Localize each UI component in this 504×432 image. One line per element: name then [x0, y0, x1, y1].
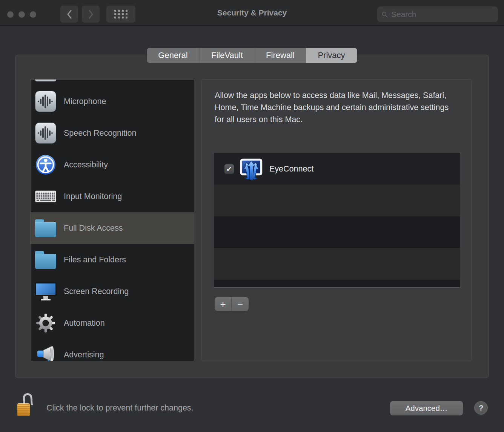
empty-list-row	[214, 185, 460, 216]
sidebar-item-label: Advertising	[64, 350, 104, 360]
lock-message: Click the lock to prevent further change…	[46, 403, 194, 413]
sidebar-item-full-disk-access[interactable]: Full Disk Access	[31, 212, 194, 244]
megaphone-icon	[35, 344, 56, 361]
sidebar-item-speech-recognition[interactable]: Speech Recognition	[31, 117, 194, 149]
panel-description: Allow the apps below to access data like…	[215, 89, 460, 126]
app-name: EyeConnect	[269, 153, 313, 185]
sidebar-item-label: Screen Recording	[64, 287, 129, 296]
show-all-preferences-button[interactable]	[106, 6, 135, 23]
sidebar-item-label: Input Monitoring	[64, 192, 122, 201]
add-app-button[interactable]: +	[215, 297, 232, 311]
sidebar-item-files-and-folders[interactable]: Files and Folders	[31, 244, 194, 276]
allowed-apps-list: ✓	[214, 153, 460, 288]
display-icon	[35, 281, 56, 302]
search-input[interactable]	[391, 10, 493, 19]
add-remove-controls: + −	[215, 297, 249, 311]
search-icon	[382, 11, 388, 18]
sidebar-item-label: Files and Folders	[64, 255, 126, 265]
sidebar-item-microphone[interactable]: Microphone	[31, 86, 194, 117]
zoom-window-button[interactable]	[30, 11, 36, 18]
gear-icon	[35, 313, 56, 334]
blue-folder-icon	[35, 218, 56, 239]
unlocked-lock-icon[interactable]	[17, 393, 33, 416]
sidebar-item-label: Full Disk Access	[64, 224, 123, 233]
sidebar-item-label: Accessibility	[64, 160, 108, 170]
sidebar-item-label: Microphone	[64, 97, 106, 106]
sidebar-item-automation[interactable]: Automation	[31, 307, 194, 339]
accessibility-icon	[35, 154, 56, 175]
empty-list-row	[214, 280, 460, 287]
empty-list-row	[214, 216, 460, 248]
tab-general[interactable]: General	[147, 48, 200, 63]
close-window-button[interactable]	[7, 11, 14, 18]
titlebar: Security & Privacy	[0, 0, 504, 26]
traffic-lights	[7, 11, 36, 18]
checkmark-icon: ✓	[226, 165, 232, 173]
advanced-button[interactable]: Advanced…	[390, 401, 463, 415]
sidebar-item-advertising[interactable]: Advertising	[31, 339, 194, 361]
keyboard-icon	[35, 186, 56, 207]
sidebar-item-accessibility[interactable]: Accessibility	[31, 149, 194, 181]
sidebar-item-input-monitoring[interactable]: Input Monitoring	[31, 181, 194, 212]
search-field[interactable]	[377, 6, 498, 22]
sidebar-item-label: Automation	[64, 319, 105, 328]
help-button[interactable]: ?	[474, 401, 488, 415]
forward-button[interactable]	[82, 6, 100, 23]
grid-icon	[114, 10, 128, 18]
sidebar-item-label: Speech Recognition	[64, 129, 136, 138]
sidebar-item-screen-recording[interactable]: Screen Recording	[31, 276, 194, 307]
tab-filevault[interactable]: FileVault	[200, 48, 255, 63]
waveform-icon	[35, 91, 56, 112]
privacy-category-list: Microphone Speech Recognition	[30, 79, 194, 361]
minimize-window-button[interactable]	[18, 11, 25, 18]
eyeconnect-checkbox[interactable]: ✓	[224, 164, 234, 174]
tab-firewall[interactable]: Firewall	[255, 48, 306, 63]
app-row-eyeconnect[interactable]: ✓	[214, 153, 460, 185]
full-disk-access-panel: Allow the apps below to access data like…	[201, 79, 472, 361]
tab-privacy[interactable]: Privacy	[306, 48, 357, 63]
remove-app-button[interactable]: −	[232, 297, 249, 311]
eyeconnect-app-icon	[239, 156, 263, 183]
chevron-right-icon	[88, 10, 94, 19]
empty-list-row	[214, 248, 460, 280]
waveform-icon	[35, 123, 56, 144]
chevron-left-icon	[67, 10, 72, 19]
back-button[interactable]	[60, 6, 78, 23]
tab-bar: General FileVault Firewall Privacy	[147, 48, 357, 63]
blue-folder-icon	[35, 249, 56, 270]
